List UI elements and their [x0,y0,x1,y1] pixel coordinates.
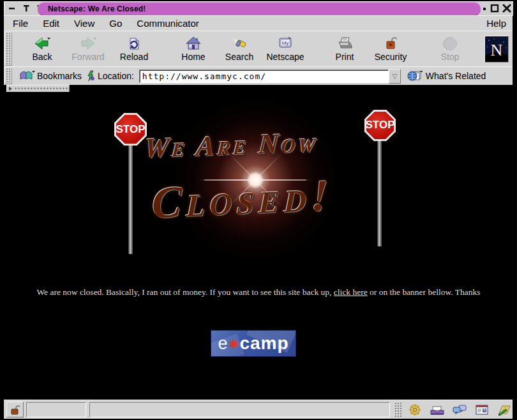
browser-window: Netscape: We Are Closed! File Edit View … [0,0,517,420]
back-arrow-icon [33,36,51,51]
left-stop-sign: STOP [114,113,147,146]
window-title: Netscape: We Are Closed! [48,4,146,13]
headline-closed: Closed! [151,170,333,229]
forward-button[interactable]: Forward [67,33,109,65]
whats-related-button[interactable]: What's Related [407,70,486,82]
menu-go[interactable]: Go [103,17,128,30]
page-content: STOP STOP We Are Now Closed! We are now … [0,92,517,399]
menu-edit[interactable]: Edit [37,17,65,30]
menu-file[interactable]: File [7,17,34,30]
titlebar[interactable]: Netscape: We Are Closed! [4,1,513,16]
reload-label: Reload [120,52,148,62]
forward-label: Forward [71,52,104,62]
message-after: or on the banner bellow. Thanks [368,287,481,297]
expand-arrow-icon [9,87,12,91]
main-toolbar: Back Forward Reload [4,31,513,67]
discussions-icon[interactable] [451,403,468,417]
location-bar-grip[interactable] [4,68,12,84]
toolbar-grip[interactable] [4,32,12,66]
status-message-panel [89,402,390,417]
bookmarks-label[interactable]: Bookmarks [37,71,82,81]
stop-label: Stop [441,52,460,62]
component-bar [407,403,513,417]
netscape-logo[interactable]: N [484,36,509,63]
security-icon [382,36,399,51]
headline-we-are-now: We Are Now [143,126,319,165]
bookmarks-icon[interactable] [19,70,35,82]
search-button[interactable]: Search [218,33,260,65]
security-label: Security [375,52,407,62]
back-label: Back [32,52,52,62]
component-bar-grip[interactable] [394,402,401,417]
navigator-wheel-icon[interactable] [407,403,423,417]
print-button[interactable]: Print [324,33,366,65]
back-button[interactable]: Back [21,33,63,65]
url-field-group: ▽ [139,70,401,83]
message-before: We are now closed. Basically, I ran out … [36,287,333,297]
left-sign-pole [128,143,133,254]
stop-sign-text: STOP [366,119,395,131]
svg-text:My: My [282,40,289,46]
page-proxy-icon[interactable] [86,70,96,82]
search-icon [230,36,248,51]
security-lock-icon [9,404,20,416]
menu-view[interactable]: View [68,17,100,30]
banner-e-text: e [218,334,227,354]
print-label: Print [336,52,354,62]
stop-icon [442,36,458,51]
stop-button[interactable]: Stop [429,33,471,65]
pin-icon[interactable] [21,3,31,13]
print-icon [336,36,353,51]
reload-icon [126,36,142,51]
status-bar [4,400,513,419]
chevron-down-icon: ▽ [393,73,398,80]
menubar: File Edit View Go Communicator Help [4,15,513,31]
url-input[interactable] [139,70,389,83]
minimize-icon[interactable] [7,3,17,13]
menu-help[interactable]: Help [480,17,513,30]
click-here-link[interactable]: click here [334,287,368,297]
window-right-controls [481,3,512,13]
maximize-icon[interactable] [490,3,500,13]
netscape-label: Netscape [266,52,304,62]
location-label: Location: [98,71,134,81]
security-button[interactable]: Security [370,33,412,65]
status-progress-panel [26,402,86,417]
right-sign-pole [377,139,382,246]
banner-camp-text: camp [239,333,288,354]
netscape-my-icon: My [277,36,294,51]
reload-button[interactable]: Reload [113,33,155,65]
composer-icon[interactable] [496,403,513,417]
close-icon[interactable] [502,3,512,13]
url-dropdown-button[interactable]: ▽ [389,69,401,84]
menu-dot-icon[interactable] [481,3,488,13]
banner-star-icon: ✱ [229,337,239,352]
collapsed-toolbar-strip [4,85,513,92]
home-icon [185,36,202,51]
address-book-icon[interactable] [474,403,490,417]
forward-arrow-icon [79,36,97,51]
location-bar: Bookmarks Location: ▽ What's Related [4,66,513,86]
stop-sign-text: STOP [116,123,146,136]
home-button[interactable]: Home [172,33,214,65]
title-pill[interactable]: Netscape: We Are Closed! [38,2,481,16]
whats-related-label: What's Related [426,71,486,81]
netscape-button[interactable]: My Netscape [264,33,306,65]
search-label: Search [225,52,253,62]
menu-communicator[interactable]: Communicator [131,17,205,30]
inbox-icon[interactable] [429,403,446,417]
svg-text:N: N [491,41,503,59]
right-stop-sign: STOP [364,110,396,141]
ecamp-banner[interactable]: e ✱ camp [211,330,296,357]
closed-message: We are now closed. Basically, I ran out … [0,287,517,297]
home-label: Home [181,52,205,62]
collapsed-tab-dots [14,87,69,91]
whats-related-icon [407,70,423,82]
security-lock-button[interactable] [6,401,24,417]
